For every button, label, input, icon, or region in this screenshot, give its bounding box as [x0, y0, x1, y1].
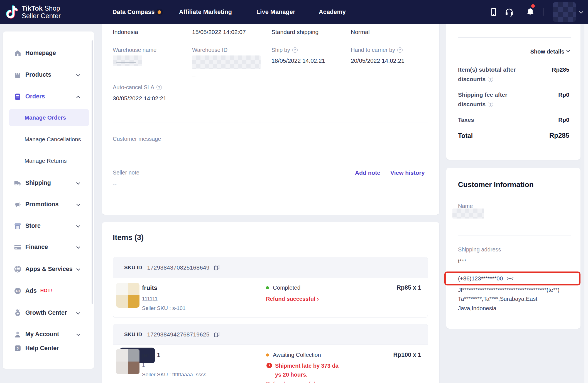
item-price-qty: Rp100 x 1	[393, 352, 421, 358]
warehouse-name-value-redacted	[113, 55, 142, 66]
sidebar-item-help-center[interactable]: ? Help Center	[3, 341, 94, 355]
chevron-down-icon	[77, 244, 80, 251]
tiktok-shop-logo[interactable]: TikTok Shop Seller Center	[6, 0, 61, 24]
notification-badge	[531, 4, 535, 8]
help-icon[interactable]: ?	[488, 77, 493, 82]
shipment-late-warning-line2: ys 20 hours.	[275, 372, 308, 378]
sidebar-item-apps-services[interactable]: Apps & Services	[3, 262, 94, 276]
sidebar-item-products[interactable]: Products	[3, 68, 94, 81]
add-note-button[interactable]: Add note	[355, 169, 380, 176]
chevron-up-icon	[77, 93, 80, 100]
sku-id-value: 1729384942768719625	[147, 331, 209, 338]
total-label: Total	[458, 132, 473, 140]
home-icon	[13, 49, 22, 57]
warehouse-name-label: Warehouse name	[113, 47, 156, 53]
seller-note-label: Seller note	[113, 169, 139, 176]
chevron-down-icon	[77, 309, 80, 316]
shipping-fee-label-line2: discounts?	[458, 101, 493, 108]
product-variant: 1	[142, 362, 145, 368]
shipment-late-warning-line1: Shipment late by 373 da	[275, 363, 339, 369]
page-scrollbar[interactable]	[584, 24, 588, 383]
order-list-icon	[13, 92, 22, 101]
shipping-option: Standard shipping	[271, 29, 318, 35]
help-icon[interactable]: ?	[488, 102, 493, 107]
show-details-toggle[interactable]: Show details	[530, 49, 569, 55]
help-icon[interactable]: ?	[156, 85, 162, 90]
credit-card-icon	[13, 243, 22, 251]
megaphone-icon	[13, 200, 22, 209]
nav-divider	[543, 8, 543, 16]
customer-message-label: Customer message	[113, 136, 161, 142]
taxes-label: Taxes	[458, 117, 474, 123]
logo-text: TikTok Shop Seller Center	[22, 4, 61, 20]
sku-header: SKU ID 1729384370825168649	[113, 257, 428, 278]
notification-bell-icon[interactable]	[526, 7, 535, 17]
customer-info-title: Customer Information	[458, 180, 534, 189]
status-dot-icon	[266, 353, 269, 357]
brand-name-rest: Shop	[43, 4, 60, 12]
help-icon[interactable]: ?	[397, 47, 403, 53]
product-image	[116, 283, 139, 308]
seller-sku: Seller SKU : s-101	[142, 305, 185, 311]
sidebar-item-ads[interactable]: AD Ads HOT!	[3, 284, 94, 297]
partial-refund-link-cutoff[interactable]: Refund successful	[266, 381, 315, 383]
ad-circle-icon: AD	[13, 287, 22, 295]
nav-item-data-compass[interactable]: Data Compass	[112, 0, 161, 24]
sidebar-item-my-account[interactable]: My Account	[3, 328, 94, 341]
shipping-address-label: Shipping address	[458, 246, 501, 253]
headset-support-icon[interactable]	[504, 7, 514, 17]
nav-item-academy[interactable]: Academy	[319, 0, 346, 24]
sidebar-item-homepage[interactable]: Homepage	[3, 46, 94, 60]
help-icon[interactable]: ?	[292, 47, 298, 53]
sidebar-subitem-manage-returns[interactable]: Manage Returns	[3, 154, 94, 168]
chevron-down-icon	[77, 71, 80, 78]
view-history-button[interactable]: View history	[390, 169, 425, 176]
user-avatar[interactable]	[553, 2, 576, 22]
sidebar-subitem-manage-orders[interactable]: Manage Orders	[3, 111, 94, 124]
subtotal-value: Rp285	[552, 66, 569, 73]
ship-by-label: Ship by?	[271, 47, 298, 53]
sidebar-item-promotions[interactable]: Promotions	[3, 198, 94, 211]
warehouse-id-suffix: _	[192, 70, 195, 76]
nav-item-live-manager[interactable]: Live Manager	[256, 0, 295, 24]
sidebar-scrollbar[interactable]	[92, 40, 93, 304]
product-name: fruits	[142, 284, 157, 292]
chevron-down-icon	[77, 331, 80, 338]
taxes-value: Rp0	[558, 117, 569, 123]
total-value: Rp285	[549, 132, 569, 139]
mobile-app-icon[interactable]	[489, 7, 498, 17]
warehouse-id-value-redacted	[192, 55, 261, 69]
payment-summary-card: Show details Item(s) subtotal after disc…	[446, 24, 580, 160]
sidebar-item-finance[interactable]: Finance	[3, 240, 94, 254]
sidebar-item-shipping[interactable]: Shipping	[3, 176, 94, 190]
sidebar-subitem-manage-cancellations[interactable]: Manage Cancellations	[3, 133, 94, 146]
sku-id-value: 1729384370825168649	[147, 264, 209, 271]
sku-id-label: SKU ID	[124, 265, 142, 271]
customer-name-redacted	[452, 209, 484, 219]
copy-icon[interactable]	[214, 331, 220, 338]
sidebar-item-store[interactable]: Store	[3, 219, 94, 232]
sidebar-item-orders[interactable]: Orders	[3, 90, 94, 103]
address-line2-masked: Ta********,Ta****,Surabaya,East	[458, 295, 537, 302]
svg-text:AD: AD	[16, 289, 20, 292]
address-line1-masked: Jl**************************************…	[458, 287, 560, 293]
svg-text:?: ?	[16, 346, 19, 350]
sidebar-item-growth-center[interactable]: Growth Center	[3, 306, 94, 319]
chevron-down-icon	[566, 49, 570, 52]
sku-id-label: SKU ID	[124, 331, 142, 338]
truck-icon	[13, 179, 22, 187]
new-feature-dot-icon	[158, 10, 161, 14]
shopping-bag-icon	[13, 71, 22, 79]
order-country: Indonesia	[113, 29, 138, 35]
chevron-down-icon	[77, 201, 80, 208]
seller-note-value: --	[113, 181, 117, 188]
copy-icon[interactable]	[214, 264, 220, 271]
item-price-qty: Rp85 x 1	[397, 284, 421, 291]
refund-status-link[interactable]: Refund successful ›	[266, 296, 319, 302]
order-type: Normal	[351, 29, 370, 35]
account-chevron-down-icon[interactable]	[580, 10, 582, 15]
hand-to-carrier-value: 20/05/2022 14:02:21	[351, 57, 405, 64]
divider	[113, 157, 428, 157]
nav-item-affiliate-marketing[interactable]: Affiliate Marketing	[179, 0, 232, 24]
order-created-time: 15/05/2022 14:02:07	[192, 29, 246, 35]
